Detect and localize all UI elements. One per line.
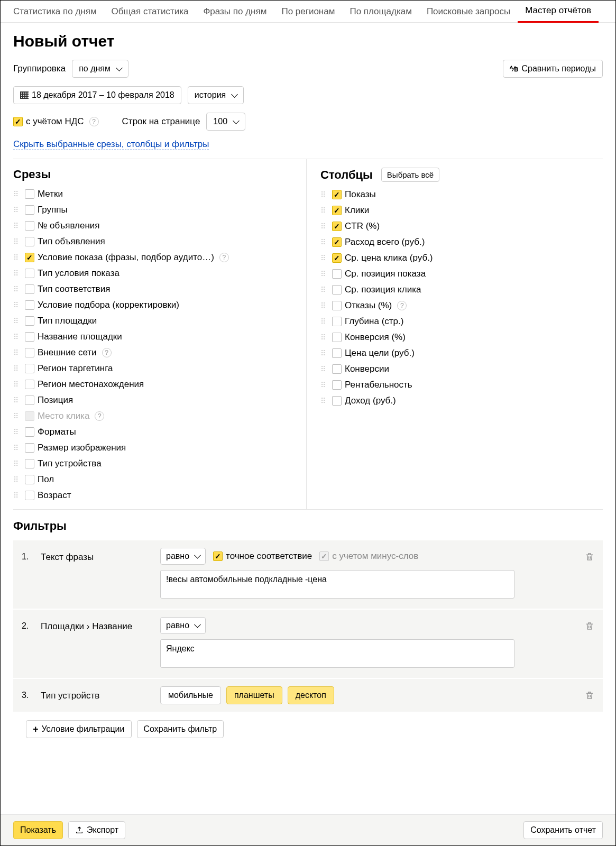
- drag-handle-icon[interactable]: ⠿: [13, 444, 22, 452]
- column-item[interactable]: ⠿Ср. цена клика (руб.): [320, 253, 603, 263]
- slice-item[interactable]: ⠿Регион местонахождения: [13, 379, 296, 390]
- device-toggle[interactable]: десктоп: [288, 686, 334, 704]
- column-item[interactable]: ⠿Цена цели (руб.): [320, 348, 603, 358]
- export-button[interactable]: Экспорт: [68, 821, 125, 839]
- slice-item[interactable]: ⠿Тип площадки: [13, 316, 296, 326]
- column-item[interactable]: ⠿Отказы (%)?: [320, 300, 603, 311]
- grouping-select[interactable]: по дням: [72, 60, 128, 78]
- drag-handle-icon[interactable]: ⠿: [13, 190, 22, 198]
- drag-handle-icon[interactable]: ⠿: [13, 412, 22, 420]
- slice-item[interactable]: ⠿Условие показа (фразы, подбор аудито…)?: [13, 252, 296, 263]
- vat-checkbox[interactable]: с учётом НДС ?: [13, 116, 99, 127]
- exact-match-checkbox[interactable]: точное соответствие: [213, 551, 312, 562]
- filter-op-select[interactable]: равно: [160, 548, 206, 565]
- drag-handle-icon[interactable]: ⠿: [13, 317, 22, 325]
- drag-handle-icon[interactable]: ⠿: [13, 269, 22, 278]
- drag-handle-icon[interactable]: ⠿: [320, 254, 329, 262]
- delete-filter-button[interactable]: [585, 548, 594, 564]
- drag-handle-icon[interactable]: ⠿: [13, 333, 22, 341]
- slice-item[interactable]: ⠿Регион таргетинга: [13, 363, 296, 374]
- slice-item[interactable]: ⠿Форматы: [13, 427, 296, 437]
- drag-handle-icon[interactable]: ⠿: [320, 286, 329, 294]
- slice-item[interactable]: ⠿№ объявления: [13, 220, 296, 231]
- help-icon[interactable]: ?: [89, 117, 99, 126]
- slice-item[interactable]: ⠿Тип условия показа: [13, 268, 296, 279]
- drag-handle-icon[interactable]: ⠿: [13, 237, 22, 246]
- add-filter-button[interactable]: + Условие фильтрации: [26, 720, 132, 738]
- drag-handle-icon[interactable]: ⠿: [13, 285, 22, 293]
- filter-value-input[interactable]: [160, 639, 514, 668]
- tab-by-placement[interactable]: По площадкам: [342, 1, 419, 22]
- slice-item[interactable]: ⠿Тип объявления: [13, 236, 296, 247]
- drag-handle-icon[interactable]: ⠿: [13, 380, 22, 389]
- drag-handle-icon[interactable]: ⠿: [320, 222, 329, 231]
- column-item[interactable]: ⠿Показы: [320, 189, 603, 200]
- compare-periods-button[interactable]: ᴬ⁄ʙ Сравнить периоды: [503, 60, 603, 78]
- slice-item[interactable]: ⠿Пол: [13, 474, 296, 485]
- column-item[interactable]: ⠿Конверсия (%): [320, 332, 603, 343]
- help-icon[interactable]: ?: [102, 348, 112, 357]
- help-icon[interactable]: ?: [95, 411, 104, 421]
- column-item[interactable]: ⠿Расход всего (руб.): [320, 237, 603, 247]
- column-item[interactable]: ⠿Клики: [320, 205, 603, 216]
- save-filter-button[interactable]: Сохранить фильтр: [137, 720, 224, 738]
- slice-item[interactable]: ⠿Тип устройства: [13, 458, 296, 469]
- column-item[interactable]: ⠿Ср. позиция клика: [320, 284, 603, 295]
- slice-item[interactable]: ⠿Метки: [13, 189, 296, 199]
- slice-item[interactable]: ⠿Внешние сети?: [13, 347, 296, 358]
- slice-item[interactable]: ⠿Место клика?: [13, 411, 296, 421]
- drag-handle-icon[interactable]: ⠿: [320, 365, 329, 373]
- drag-handle-icon[interactable]: ⠿: [320, 381, 329, 389]
- filter-value-input[interactable]: [160, 570, 514, 599]
- slice-item[interactable]: ⠿Размер изображения: [13, 443, 296, 453]
- select-all-button[interactable]: Выбрать всё: [381, 168, 439, 182]
- column-item[interactable]: ⠿Конверсии: [320, 364, 603, 374]
- drag-handle-icon[interactable]: ⠿: [13, 206, 22, 214]
- tab-phrases-by-day[interactable]: Фразы по дням: [196, 1, 274, 22]
- column-item[interactable]: ⠿Глубина (стр.): [320, 316, 603, 327]
- drag-handle-icon[interactable]: ⠿: [13, 301, 22, 309]
- slice-item[interactable]: ⠿Условие подбора (корректировки): [13, 300, 296, 310]
- delete-filter-button[interactable]: [585, 686, 594, 703]
- column-item[interactable]: ⠿Доход (руб.): [320, 396, 603, 406]
- slice-item[interactable]: ⠿Тип соответствия: [13, 284, 296, 295]
- drag-handle-icon[interactable]: ⠿: [13, 475, 22, 484]
- drag-handle-icon[interactable]: ⠿: [13, 253, 22, 262]
- drag-handle-icon[interactable]: ⠿: [13, 222, 22, 230]
- show-button[interactable]: Показать: [13, 821, 63, 839]
- column-item[interactable]: ⠿CTR (%): [320, 221, 603, 232]
- column-item[interactable]: ⠿Ср. позиция показа: [320, 269, 603, 279]
- rows-select[interactable]: 100: [206, 113, 245, 131]
- drag-handle-icon[interactable]: ⠿: [320, 301, 329, 310]
- tab-by-region[interactable]: По регионам: [274, 1, 342, 22]
- drag-handle-icon[interactable]: ⠿: [13, 491, 22, 500]
- tab-overall-stats[interactable]: Общая статистика: [104, 1, 196, 22]
- help-icon[interactable]: ?: [397, 301, 407, 310]
- slice-item[interactable]: ⠿Название площадки: [13, 332, 296, 342]
- delete-filter-button[interactable]: [585, 617, 594, 633]
- drag-handle-icon[interactable]: ⠿: [320, 190, 329, 199]
- slice-item[interactable]: ⠿Группы: [13, 205, 296, 215]
- drag-handle-icon[interactable]: ⠿: [320, 317, 329, 326]
- drag-handle-icon[interactable]: ⠿: [13, 459, 22, 468]
- drag-handle-icon[interactable]: ⠿: [320, 206, 329, 215]
- slice-item[interactable]: ⠿Позиция: [13, 395, 296, 406]
- drag-handle-icon[interactable]: ⠿: [320, 349, 329, 357]
- drag-handle-icon[interactable]: ⠿: [320, 270, 329, 278]
- history-button[interactable]: история: [188, 86, 244, 104]
- minus-words-checkbox[interactable]: с учетом минус-слов: [319, 551, 418, 562]
- tab-search-queries[interactable]: Поисковые запросы: [419, 1, 518, 22]
- drag-handle-icon[interactable]: ⠿: [13, 348, 22, 357]
- date-range-button[interactable]: 18 декабря 2017 – 10 февраля 2018: [13, 86, 181, 104]
- hide-sections-link[interactable]: Скрыть выбранные срезы, столбцы и фильтр…: [13, 139, 209, 150]
- help-icon[interactable]: ?: [219, 253, 229, 262]
- drag-handle-icon[interactable]: ⠿: [320, 238, 329, 246]
- device-toggle[interactable]: мобильные: [160, 686, 221, 704]
- drag-handle-icon[interactable]: ⠿: [13, 428, 22, 436]
- drag-handle-icon[interactable]: ⠿: [13, 364, 22, 373]
- filter-op-select[interactable]: равно: [160, 617, 206, 634]
- tab-report-wizard[interactable]: Мастер отчётов: [518, 0, 599, 23]
- drag-handle-icon[interactable]: ⠿: [320, 397, 329, 405]
- device-toggle[interactable]: планшеты: [226, 686, 282, 704]
- column-item[interactable]: ⠿Рентабельность: [320, 380, 603, 390]
